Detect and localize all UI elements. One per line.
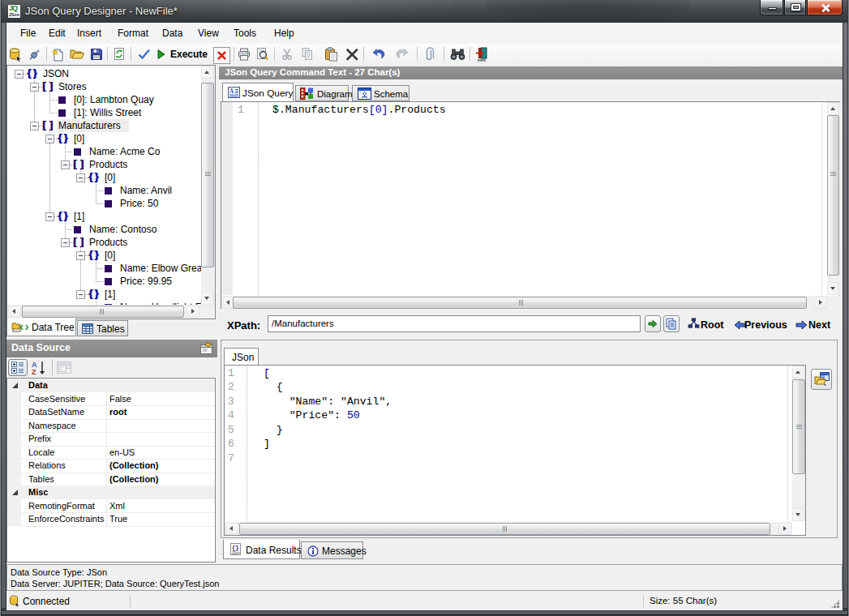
svg-text:JSon: JSon: [232, 551, 241, 555]
svg-text:A: A: [229, 88, 234, 95]
svg-text:Z: Z: [32, 368, 36, 375]
